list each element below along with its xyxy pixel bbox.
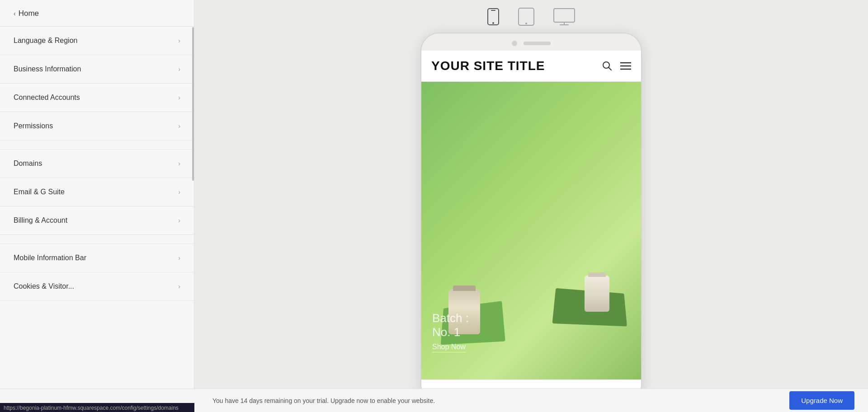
phone-screen: YOUR SITE TITLE <box>421 51 641 402</box>
mobile-device-button[interactable] <box>487 8 500 26</box>
sidebar-item-label: Connected Accounts <box>14 94 80 102</box>
sidebar-scrollbar-thumb[interactable] <box>192 27 194 181</box>
site-header-icons <box>602 61 631 71</box>
svg-point-1 <box>492 22 494 24</box>
hero-text: Batch : No. 1 Shop Now <box>432 311 469 352</box>
chevron-right-icon: › <box>178 254 180 262</box>
sidebar-item-connected-accounts[interactable]: Connected Accounts › <box>0 84 194 112</box>
chevron-right-icon: › <box>178 188 180 196</box>
sidebar-item-label: Email & G Suite <box>14 188 65 196</box>
main-content: YOUR SITE TITLE <box>194 0 868 412</box>
sidebar: ‹ Home Language & Region › Business Info… <box>0 0 194 412</box>
chevron-right-icon: › <box>178 283 180 290</box>
sidebar-item-permissions[interactable]: Permissions › <box>0 112 194 140</box>
sidebar-item-billing-account[interactable]: Billing & Account › <box>0 206 194 235</box>
hero-section: Batch : No. 1 Shop Now <box>421 82 641 379</box>
chevron-right-icon: › <box>178 217 180 224</box>
site-title: YOUR SITE TITLE <box>431 59 545 73</box>
sidebar-item-mobile-information-bar[interactable]: Mobile Information Bar › <box>0 244 194 272</box>
search-icon[interactable] <box>602 61 612 71</box>
shop-now-link[interactable]: Shop Now <box>432 343 466 352</box>
sidebar-item-email-g-suite[interactable]: Email & G Suite › <box>0 178 194 206</box>
sidebar-item-label: Mobile Information Bar <box>14 254 86 262</box>
phone-camera <box>512 41 517 46</box>
home-label: Home <box>19 9 39 18</box>
chevron-right-icon: › <box>178 160 180 167</box>
chevron-right-icon: › <box>178 122 180 130</box>
svg-rect-5 <box>554 9 575 22</box>
phone-top-bar <box>421 33 641 51</box>
chevron-left-icon: ‹ <box>14 10 16 17</box>
batch-label: Batch : <box>432 311 469 325</box>
home-nav[interactable]: ‹ Home <box>0 0 194 26</box>
tablet-device-button[interactable] <box>518 7 535 26</box>
sidebar-item-business-information[interactable]: Business Information › <box>0 55 194 84</box>
sidebar-item-label: Cookies & Visitor... <box>14 282 74 290</box>
sidebar-item-label: Language & Region <box>14 37 77 45</box>
batch-number: No. 1 <box>432 325 469 339</box>
jar-right <box>585 276 609 312</box>
sidebar-gap-2 <box>0 235 194 244</box>
trial-message: You have 14 days remaining on your trial… <box>194 397 435 404</box>
sidebar-item-label: Billing & Account <box>14 216 67 225</box>
svg-line-9 <box>609 68 612 70</box>
sidebar-item-language-region[interactable]: Language & Region › <box>0 27 194 55</box>
device-toolbar <box>194 0 868 33</box>
chevron-right-icon: › <box>178 66 180 73</box>
sidebar-item-cookies-visitor[interactable]: Cookies & Visitor... › <box>0 272 194 301</box>
chevron-right-icon: › <box>178 94 180 101</box>
sidebar-gap <box>0 140 194 150</box>
sidebar-item-label: Permissions <box>14 122 53 130</box>
sidebar-item-label: Business Information <box>14 65 81 73</box>
svg-point-4 <box>525 23 527 24</box>
menu-icon[interactable] <box>620 62 631 70</box>
phone-speaker <box>524 42 551 45</box>
chevron-right-icon: › <box>178 37 180 44</box>
sidebar-item-domains[interactable]: Domains › <box>0 150 194 178</box>
sidebar-item-label: Domains <box>14 159 42 168</box>
upgrade-now-button[interactable]: Upgrade Now <box>789 391 854 410</box>
site-header: YOUR SITE TITLE <box>421 51 641 82</box>
phone-mockup: YOUR SITE TITLE <box>420 33 642 403</box>
desktop-device-button[interactable] <box>553 8 576 26</box>
status-url-bar: https://begonia-platinum-hfmw.squarespac… <box>0 403 194 412</box>
